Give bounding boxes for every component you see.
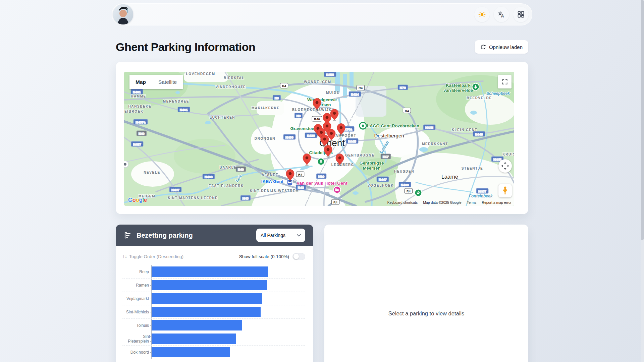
road-badge: R4 (405, 188, 412, 193)
map-town-label: DAMPOORT (332, 134, 356, 137)
road-badge: N466 (283, 134, 296, 139)
map-town-label: HAMME (131, 95, 146, 98)
chart-bar[interactable] (152, 334, 236, 344)
map-town-label: HANSBEKE (128, 105, 152, 108)
chart-plot-area (151, 346, 305, 359)
svg-text:N9: N9 (297, 114, 301, 118)
road-badge: N9 (273, 95, 280, 100)
map-water-label: Scheepbeek (486, 91, 510, 96)
report-map-error-link[interactable]: Report a map error (482, 200, 512, 204)
sun-icon (478, 11, 486, 18)
road-badge: N437a (133, 119, 148, 124)
svg-text:N60: N60 (318, 175, 324, 178)
chart-bar[interactable] (152, 307, 261, 317)
chart-plot-area (151, 319, 305, 332)
map-town-label: SINT-DENIJS-WESTREM (250, 189, 299, 193)
chart-card-header: Bezetting parking All Parkings (116, 225, 313, 246)
chart-bar[interactable] (152, 347, 230, 357)
toggle-order-label: Toggle Order (Descending) (129, 254, 183, 259)
chart-category-label: Dok noord (122, 350, 151, 355)
title-row: Ghent Parking Information Opnieuw laden (116, 40, 528, 54)
svg-text:N458: N458 (326, 73, 334, 76)
svg-text:N466: N466 (285, 135, 293, 139)
google-map[interactable]: LeieScheldtScheepbeekFonteinbeek Wondelg… (124, 72, 514, 206)
google-logo-letter: g (139, 197, 143, 203)
full-scale-control: Show full scale (0-100%) (239, 253, 305, 260)
chart-category-label: Reep (122, 269, 151, 274)
keyboard-shortcuts-link[interactable]: Keyboard shortcuts (387, 200, 418, 204)
apps-grid-button[interactable] (513, 7, 529, 22)
svg-text:R4: R4 (407, 189, 411, 193)
svg-text:N445: N445 (348, 139, 356, 143)
chart-bar[interactable] (152, 280, 267, 290)
paw-poi-icon[interactable] (415, 189, 422, 196)
map-town-label: MEERSKANT (422, 142, 448, 146)
svg-text:N447: N447 (379, 178, 387, 181)
map-town-label: NEVELE (144, 171, 160, 174)
svg-text:N430: N430 (307, 134, 315, 137)
map-town-label: VOGELHOEK (368, 184, 394, 187)
svg-text:E40: E40 (238, 168, 244, 171)
avatar-image (113, 4, 133, 24)
satellite-tab[interactable]: Satellite (152, 75, 183, 89)
dot-poi-icon[interactable] (124, 161, 128, 168)
svg-text:R4: R4 (282, 84, 286, 88)
full-scale-toggle[interactable] (292, 253, 305, 260)
road-badge: E17 (381, 154, 391, 159)
map-area-label: Gentbrugse (360, 161, 384, 166)
road-badge: N461 (178, 107, 190, 112)
map-area-label: Meersen (363, 166, 381, 171)
chart-row: Ramen (122, 278, 305, 292)
pegman-streetview-button[interactable] (498, 184, 512, 197)
theme-toggle-button[interactable] (474, 7, 490, 22)
chart-category-label: Ramen (122, 283, 151, 288)
language-button[interactable]: A (494, 7, 509, 22)
pegman-icon (501, 186, 509, 195)
road-badge: N60 (316, 174, 326, 179)
chart-category-label: Sint-Michiels (122, 310, 151, 314)
map-town-label: HEUSDEN (394, 170, 414, 173)
svg-text:N449: N449 (475, 132, 483, 136)
map-tab[interactable]: Map (129, 75, 152, 89)
road-badge: N458 (324, 72, 336, 77)
terms-link[interactable]: Terms (467, 200, 477, 204)
road-badge: E40 (236, 167, 246, 172)
svg-text:N445: N445 (493, 158, 501, 161)
parking-filter-select[interactable]: All Parkings (256, 229, 305, 242)
page-scrollbar-thumb[interactable] (641, 0, 644, 240)
map-town-label: EAST FLANDERS (209, 184, 244, 188)
chart-card-title: Bezetting parking (137, 232, 252, 239)
page-scrollbar-track[interactable] (641, 0, 644, 362)
map-attribution: Keyboard shortcuts Map data ©2025 Google… (387, 200, 512, 204)
chart-bar[interactable] (152, 266, 268, 277)
road-badge: E40 (137, 131, 147, 136)
pan-control[interactable] (498, 159, 512, 173)
road-badge: N43 (240, 195, 251, 200)
chart-category-label: Tolhuis (122, 323, 151, 328)
chart-controls: ↑↓ Toggle Order (Descending) Show full s… (122, 252, 305, 261)
map-water-label: Fonteinbeek (469, 194, 493, 198)
avatar[interactable] (113, 4, 133, 24)
full-scale-label: Show full scale (0-100%) (239, 254, 289, 259)
reload-button[interactable]: Opnieuw laden (475, 40, 528, 54)
parking-filter-value: All Parkings (261, 233, 285, 238)
lago-poi-icon[interactable] (360, 122, 366, 129)
svg-text:N445: N445 (425, 126, 433, 129)
chart-plot-area (151, 292, 305, 305)
chart-bar[interactable] (152, 293, 262, 304)
fullscreen-button[interactable] (498, 75, 512, 88)
chart-plot-area (151, 265, 305, 278)
chart-category-label: Sint-Pietersplein (122, 334, 151, 344)
sort-arrows-icon: ↑↓ (122, 254, 127, 259)
map-data-credit: Map data ©2025 Google (423, 200, 462, 204)
top-navigation-bar: A (112, 3, 532, 25)
google-logo[interactable]: Google (128, 197, 147, 203)
page-title: Ghent Parking Information (116, 41, 255, 54)
chart-bar[interactable] (152, 320, 242, 330)
svg-text:R4: R4 (405, 109, 409, 113)
toggle-order-button[interactable]: ↑↓ Toggle Order (Descending) (122, 254, 183, 259)
chevron-down-icon (297, 234, 301, 237)
chart-body: ↑↓ Toggle Order (Descending) Show full s… (116, 246, 313, 359)
road-badge: N70 (398, 85, 408, 90)
road-badge: R4 (296, 172, 304, 177)
